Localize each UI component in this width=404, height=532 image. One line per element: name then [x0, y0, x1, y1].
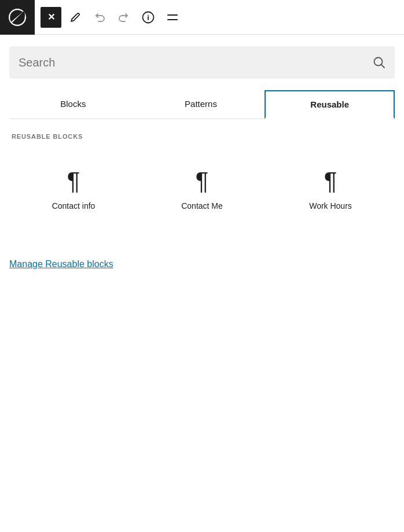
- block-icon-work-hours: ¶: [324, 169, 337, 193]
- toolbar-actions: ✕: [35, 7, 189, 28]
- blocks-grid: ¶ Contact info ¶ Contact Me ¶ Work Hours: [9, 157, 395, 222]
- undo-icon: [94, 12, 105, 23]
- block-item-contact-me[interactable]: ¶ Contact Me: [138, 157, 266, 222]
- menu-icon: [166, 11, 179, 24]
- block-icon-contact-info: ¶: [67, 169, 80, 193]
- search-button[interactable]: [373, 56, 385, 69]
- toolbar: ✕: [0, 0, 404, 35]
- block-item-work-hours[interactable]: ¶ Work Hours: [266, 157, 395, 222]
- close-button[interactable]: ✕: [41, 7, 61, 28]
- tab-patterns[interactable]: Patterns: [137, 90, 265, 119]
- section-label: REUSABLE BLOCKS: [9, 133, 395, 140]
- menu-button[interactable]: [162, 7, 183, 28]
- block-item-contact-info[interactable]: ¶ Contact info: [9, 157, 138, 222]
- pen-icon: [69, 12, 81, 23]
- search-icon: [373, 56, 385, 69]
- wordpress-icon: [7, 7, 28, 28]
- undo-button[interactable]: [89, 7, 110, 28]
- block-label-contact-info: Contact info: [52, 201, 96, 210]
- tab-reusable[interactable]: Reusable: [265, 90, 395, 119]
- redo-icon: [118, 12, 130, 23]
- manage-reusable-blocks-link[interactable]: Manage Reusable blocks: [9, 257, 113, 272]
- main-content: Blocks Patterns Reusable REUSABLE BLOCKS…: [0, 35, 404, 283]
- svg-point-2: [148, 14, 149, 16]
- tab-blocks[interactable]: Blocks: [9, 90, 137, 119]
- info-button[interactable]: [138, 7, 159, 28]
- block-label-work-hours: Work Hours: [309, 201, 352, 210]
- redo-button[interactable]: [113, 7, 134, 28]
- search-input[interactable]: [19, 56, 373, 69]
- block-label-contact-me: Contact Me: [181, 201, 223, 210]
- wp-logo: [0, 0, 35, 35]
- info-icon: [142, 11, 155, 24]
- block-icon-contact-me: ¶: [196, 169, 209, 193]
- tabs: Blocks Patterns Reusable: [9, 90, 395, 119]
- pen-button[interactable]: [65, 7, 86, 28]
- search-bar: [9, 46, 395, 79]
- svg-line-6: [381, 65, 385, 68]
